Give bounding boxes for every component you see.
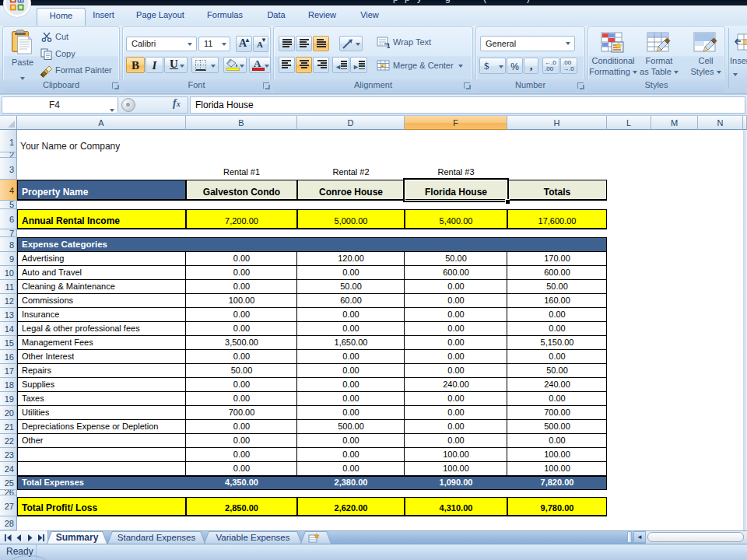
svg-text:a: a [381, 64, 383, 68]
